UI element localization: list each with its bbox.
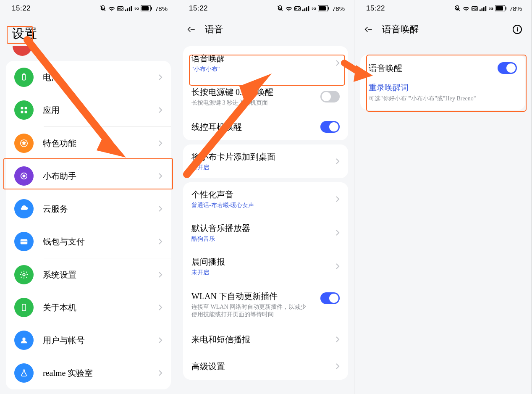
chevron-right-icon [158, 173, 162, 179]
chevron-right-icon [158, 305, 162, 310]
chevron-right-icon [335, 336, 340, 342]
wlan-auto-update-row[interactable]: WLAN 下自动更新插件 连接至 WLAN 网络时自动更新插件，以减少使用技能或… [183, 283, 348, 326]
power-wake-toggle[interactable] [320, 91, 340, 102]
settings-item-apps[interactable]: 应用 [6, 94, 171, 126]
apps-icon [14, 100, 34, 120]
phone-icon [14, 298, 34, 317]
chevron-right-icon [335, 230, 340, 236]
settings-item-battery[interactable]: 电池 [6, 61, 171, 94]
add-card-to-desktop-row[interactable]: 将小布卡片添加到桌面 未开启 [183, 144, 348, 178]
wired-headset-wake-row[interactable]: 线控耳机唤醒 [183, 113, 348, 140]
signal-icon [480, 5, 487, 11]
status-time: 15:22 [12, 4, 31, 13]
morning-briefing-row[interactable]: 晨间播报 未开启 [183, 250, 348, 283]
voice-wake-group: 语音唤醒 "小布小布" 长按电源键 0.5 秒唤醒 长按电源键 3 秒进入关机页… [183, 46, 348, 140]
svg-rect-22 [304, 8, 306, 11]
svg-rect-30 [483, 7, 485, 11]
phone-screen-wakeup: 15:22 HD 5G 78% 语音唤醒 语音唤醒 重录唤醒词 可选"你好小布"… [354, 0, 532, 394]
settings-item-cloud[interactable]: 云服务 [6, 192, 171, 225]
phone-screen-voice: 15:22 HD 5G 78% 语音 语音唤醒 "小布小布" 长按电源 [177, 0, 354, 394]
battery-icon [141, 5, 152, 11]
hd-icon: HD [294, 6, 301, 11]
back-button[interactable] [186, 24, 197, 35]
chevron-right-icon [158, 206, 162, 212]
battery-icon [495, 5, 507, 11]
chevron-right-icon [335, 363, 340, 369]
svg-rect-11 [21, 111, 24, 113]
wakeup-toggle[interactable] [498, 62, 517, 74]
chevron-right-icon [335, 196, 340, 202]
page-title: 设置 [0, 17, 177, 47]
power-button-wake-row[interactable]: 长按电源键 0.5 秒唤醒 长按电源键 3 秒进入关机页面 [183, 80, 348, 113]
advanced-settings-row[interactable]: 高级设置 [183, 353, 348, 380]
status-icons: HD 5G 78% [277, 5, 345, 12]
battery-percent: 78% [155, 5, 168, 12]
settings-item-system[interactable]: 系统设置 [6, 258, 171, 291]
breeno-icon [14, 166, 34, 186]
rerecord-link[interactable]: 重录唤醒词 [369, 82, 517, 93]
settings-item-users[interactable]: 用户与帐号 [6, 324, 171, 357]
partial-icon [13, 46, 32, 56]
svg-rect-26 [319, 6, 326, 11]
gear-icon [14, 265, 34, 284]
chevron-right-icon [158, 272, 162, 278]
settings-item-lab[interactable]: realme 实验室 [6, 357, 171, 389]
personalization-group: 个性化声音 普通话-布若曦-暖心女声 默认音乐播放器 酷狗音乐 晨间播报 未开启… [183, 182, 348, 380]
battery-percent: 78% [332, 5, 345, 12]
svg-rect-29 [482, 8, 483, 11]
status-time: 15:22 [366, 4, 385, 13]
svg-rect-8 [23, 74, 24, 75]
battery-icon [318, 5, 330, 11]
info-button[interactable] [512, 24, 523, 35]
header: 语音唤醒 [354, 17, 531, 42]
svg-rect-17 [21, 241, 28, 242]
mute-icon [277, 5, 283, 12]
rerecord-row[interactable]: 重录唤醒词 可选"你好小布""小布小布"或"Hey Breeno" [360, 79, 525, 110]
voice-wakeup-row[interactable]: 语音唤醒 "小布小布" [183, 46, 348, 80]
chevron-right-icon [335, 158, 340, 164]
status-bar: 15:22 HD 5G 78% [354, 0, 531, 17]
svg-point-15 [23, 175, 25, 177]
mute-icon [454, 5, 461, 12]
page-title: 语音 [205, 23, 223, 36]
mute-icon [100, 5, 106, 12]
wifi-icon [285, 5, 293, 11]
svg-rect-34 [506, 7, 506, 10]
settings-list: 电池 应用 特色功能 小布助手 [6, 61, 171, 389]
settings-item-breeno[interactable]: 小布助手 [6, 160, 171, 192]
settings-item-features[interactable]: 特色功能 [6, 127, 171, 160]
svg-rect-2 [129, 7, 130, 11]
custom-voice-row[interactable]: 个性化声音 普通话-布若曦-暖心女声 [183, 182, 348, 216]
svg-rect-21 [302, 10, 304, 11]
svg-rect-28 [480, 10, 481, 11]
wlan-update-toggle[interactable] [320, 292, 340, 304]
svg-rect-7 [23, 74, 26, 80]
chevron-right-icon [158, 107, 162, 113]
svg-rect-19 [22, 305, 26, 311]
default-music-row[interactable]: 默认音乐播放器 酷狗音乐 [183, 216, 348, 250]
settings-item-about[interactable]: 关于本机 [6, 291, 171, 324]
status-time: 15:22 [189, 4, 208, 13]
battery-percent: 78% [509, 5, 522, 12]
svg-rect-23 [306, 7, 307, 11]
svg-rect-3 [131, 6, 132, 11]
svg-rect-0 [125, 10, 126, 11]
settings-item-wallet[interactable]: 钱包与支付 [6, 225, 171, 258]
network-5g-label: 5G [489, 7, 493, 11]
chevron-right-icon [158, 74, 162, 80]
back-button[interactable] [363, 24, 374, 35]
svg-rect-33 [496, 6, 503, 11]
network-5g-label: 5G [134, 7, 139, 11]
headset-wake-toggle[interactable] [320, 121, 340, 133]
chevron-right-icon [158, 370, 162, 376]
wakeup-toggle-row[interactable]: 语音唤醒 [360, 55, 525, 79]
wakeup-card: 语音唤醒 重录唤醒词 可选"你好小布""小布小布"或"Hey Breeno" [360, 55, 525, 110]
svg-rect-9 [21, 107, 24, 110]
status-icons: HD 5G 78% [454, 5, 522, 12]
svg-rect-12 [25, 111, 27, 113]
call-sms-broadcast-row[interactable]: 来电和短信播报 [183, 326, 348, 353]
status-bar: 15:22 HD 5G 78% [177, 0, 354, 17]
page-title: 语音唤醒 [382, 23, 419, 36]
wifi-icon [462, 5, 470, 11]
hd-icon: HD [117, 6, 124, 11]
